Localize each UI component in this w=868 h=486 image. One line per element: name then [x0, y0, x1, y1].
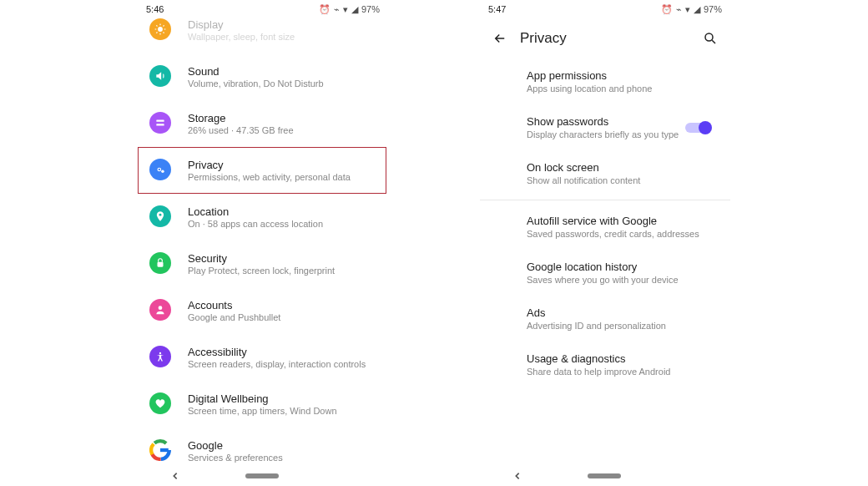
settings-item-display[interactable]: DisplayWallpaper, sleep, font size — [138, 18, 388, 53]
status-bar: 5:46 ⏰ ⌁ ▾ ◢ 97% — [138, 0, 388, 18]
status-icons: ⏰ ⌁ ▾ ◢ 97% — [319, 4, 380, 15]
svg-point-5 — [161, 170, 164, 174]
accounts-icon — [149, 299, 171, 321]
section-divider — [480, 200, 730, 200]
status-icons: ⏰ ⌁ ▾ ◢ 97% — [661, 4, 722, 15]
vibrate-icon: ⌁ — [334, 4, 340, 15]
svg-point-0 — [158, 27, 163, 32]
privacy-item-title: Usage & diagnostics — [527, 352, 715, 365]
settings-item-sub: Screen time, app timers, Wind Down — [188, 406, 337, 416]
signal-icon: ◢ — [694, 4, 700, 15]
svg-rect-14 — [160, 448, 169, 452]
battery-text: 97% — [361, 4, 380, 14]
wifi-icon: ▾ — [343, 4, 348, 15]
settings-item-sound[interactable]: SoundVolume, vibration, Do Not Disturb — [138, 53, 388, 100]
app-header: Privacy — [480, 18, 730, 58]
sound-icon — [149, 65, 171, 87]
wellbeing-icon — [149, 392, 171, 414]
search-button[interactable] — [695, 23, 725, 53]
vibrate-icon: ⌁ — [676, 4, 682, 15]
privacy-item-sub: Share data to help improve Android — [527, 367, 715, 377]
signal-icon: ◢ — [351, 4, 358, 15]
nav-placeholder — [688, 472, 697, 481]
settings-item-title: Accounts — [188, 299, 280, 311]
privacy-item-sub: Saves where you go with your device — [527, 275, 715, 285]
settings-item-sub: Google and Pushbullet — [188, 312, 280, 322]
privacy-item-location-history[interactable]: Google location history Saves where you … — [480, 250, 730, 296]
privacy-item-title: App permissions — [527, 69, 715, 82]
privacy-item-lock-screen[interactable]: On lock screen Show all notification con… — [480, 150, 730, 196]
svg-rect-2 — [156, 124, 164, 125]
settings-item-sub: 26% used · 47.35 GB free — [188, 125, 294, 135]
privacy-item-title: Show passwords — [527, 115, 685, 128]
privacy-item-usage-diagnostics[interactable]: Usage & diagnostics Share data to help i… — [480, 342, 730, 387]
nav-home-pill[interactable] — [245, 473, 279, 478]
alarm-icon: ⏰ — [319, 4, 331, 15]
settings-item-title: Digital Wellbeing — [188, 392, 337, 405]
settings-item-title: Security — [188, 252, 335, 265]
status-bar: 5:47 ⏰ ⌁ ▾ ◢ 97% — [480, 0, 730, 18]
accessibility-icon — [149, 346, 171, 367]
privacy-scroll[interactable]: App permissions Apps using location and … — [480, 58, 730, 466]
privacy-icon — [149, 159, 171, 180]
settings-item-title: Storage — [188, 112, 294, 124]
privacy-item-title: On lock screen — [527, 161, 715, 174]
nav-bar — [480, 466, 730, 486]
privacy-item-title: Ads — [527, 306, 715, 319]
privacy-item-ads[interactable]: Ads Advertising ID and personalization — [480, 296, 730, 342]
settings-item-sub: Wallpaper, sleep, font size — [188, 32, 295, 42]
settings-item-title: Sound — [188, 65, 324, 78]
battery-text: 97% — [704, 4, 722, 14]
status-time: 5:47 — [488, 4, 506, 14]
settings-item-accessibility[interactable]: AccessibilityScreen readers, display, in… — [138, 334, 388, 381]
nav-bar — [138, 466, 388, 486]
settings-item-google[interactable]: GoogleServices & preferences — [138, 428, 388, 466]
svg-point-8 — [159, 306, 163, 310]
settings-item-privacy[interactable]: PrivacyPermissions, web activity, person… — [138, 147, 386, 194]
privacy-item-title: Autofill service with Google — [527, 215, 715, 227]
settings-item-title: Location — [188, 205, 323, 218]
privacy-item-sub: Apps using location and phone — [527, 84, 715, 94]
settings-item-accounts[interactable]: AccountsGoogle and Pushbullet — [138, 287, 388, 334]
settings-item-sub: On · 58 apps can access location — [188, 219, 323, 229]
settings-item-wellbeing[interactable]: Digital WellbeingScreen time, app timers… — [138, 381, 388, 428]
settings-item-sub: Play Protect, screen lock, fingerprint — [188, 266, 335, 276]
status-time: 5:46 — [146, 4, 164, 14]
wifi-icon: ▾ — [685, 4, 690, 15]
settings-item-title: Google — [188, 439, 283, 452]
back-button[interactable] — [485, 23, 515, 53]
privacy-item-autofill[interactable]: Autofill service with Google Saved passw… — [480, 204, 730, 250]
svg-point-4 — [159, 169, 160, 170]
nav-placeholder — [346, 472, 355, 481]
show-passwords-toggle[interactable] — [685, 122, 710, 134]
nav-home-pill[interactable] — [588, 473, 621, 478]
security-icon — [149, 252, 171, 274]
settings-item-sub: Permissions, web activity, personal data — [188, 172, 351, 182]
privacy-item-sub: Show all notification content — [527, 175, 715, 185]
page-title: Privacy — [520, 30, 695, 47]
svg-rect-1 — [156, 120, 164, 122]
settings-item-security[interactable]: SecurityPlay Protect, screen lock, finge… — [138, 240, 388, 287]
settings-item-location[interactable]: LocationOn · 58 apps can access location — [138, 194, 388, 240]
svg-point-17 — [705, 33, 713, 41]
settings-item-sub: Screen readers, display, interaction con… — [188, 359, 366, 369]
svg-rect-7 — [158, 262, 164, 267]
privacy-item-show-passwords[interactable]: Show passwords Display characters briefl… — [480, 104, 730, 150]
nav-back-icon[interactable] — [171, 468, 179, 483]
storage-icon — [149, 112, 171, 134]
alarm-icon: ⏰ — [661, 4, 673, 15]
settings-item-sub: Services & preferences — [188, 453, 283, 463]
settings-item-title: Accessibility — [188, 346, 366, 358]
privacy-item-sub: Advertising ID and personalization — [527, 321, 715, 331]
google-icon — [149, 439, 171, 461]
phone-privacy-page: 5:47 ⏰ ⌁ ▾ ◢ 97% Privacy App permissions… — [480, 0, 730, 486]
svg-point-6 — [159, 214, 162, 216]
nav-back-icon[interactable] — [513, 468, 522, 483]
privacy-item-app-permissions[interactable]: App permissions Apps using location and … — [480, 58, 730, 104]
settings-scroll[interactable]: DisplayWallpaper, sleep, font size Sound… — [138, 18, 388, 466]
settings-item-storage[interactable]: Storage26% used · 47.35 GB free — [138, 100, 388, 147]
privacy-item-sub: Saved passwords, credit cards, addresses — [527, 229, 715, 239]
phone-settings-list: 5:46 ⏰ ⌁ ▾ ◢ 97% DisplayWallpaper, sleep… — [138, 0, 388, 486]
display-icon — [149, 18, 171, 40]
privacy-item-title: Google location history — [527, 261, 715, 273]
